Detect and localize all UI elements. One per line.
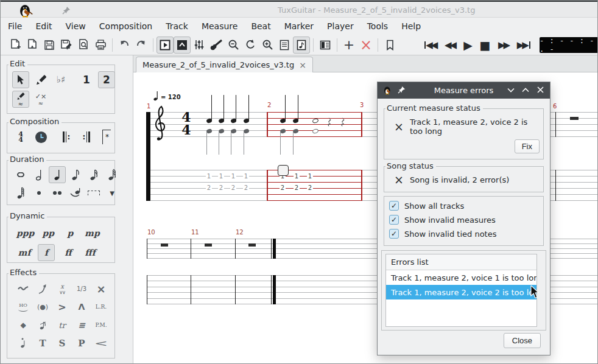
new-file-button[interactable] <box>7 37 24 54</box>
mixer-button[interactable] <box>191 37 208 54</box>
fret-number[interactable]: 1 <box>218 173 224 180</box>
staccato-button[interactable] <box>15 335 32 352</box>
checkbox-checked-icon[interactable]: ✓ <box>389 201 399 211</box>
zoom-in-button[interactable] <box>259 37 276 54</box>
panel-scrollbar-track[interactable] <box>122 55 133 364</box>
fix-button[interactable]: Fix <box>515 139 540 153</box>
menu-marker[interactable]: Marker <box>284 21 314 31</box>
play-button[interactable]: ▶ <box>460 37 477 54</box>
print-button[interactable] <box>92 37 109 54</box>
print-preview-button[interactable] <box>75 37 92 54</box>
open-file-button[interactable] <box>24 37 41 54</box>
ghost-note-button[interactable]: (●) <box>34 298 51 315</box>
save-button[interactable] <box>41 37 58 54</box>
harmonic-button[interactable]: ◆ <box>15 317 32 334</box>
go-to-start-button[interactable]: ◀◀ <box>421 37 441 54</box>
free-edit-mode-button[interactable]: ≈ <box>12 91 29 108</box>
tremolo-picking-button[interactable]: ≡ <box>73 317 90 334</box>
sixty-fourth-note-button[interactable] <box>12 184 29 201</box>
close-icon[interactable] <box>537 86 544 93</box>
edit-mode-pencil-button[interactable] <box>32 71 49 88</box>
chevron-down-icon[interactable] <box>507 88 515 93</box>
open-repeat-button[interactable]: : <box>58 128 75 145</box>
close-repeat-button[interactable]: : <box>78 128 95 145</box>
let-ring-button[interactable]: L.R. <box>93 298 110 315</box>
menu-edit[interactable]: Edit <box>35 21 52 31</box>
chevron-up-icon[interactable] <box>522 88 529 93</box>
save-as-button[interactable] <box>58 37 75 54</box>
beat-cursor[interactable] <box>278 165 289 176</box>
palm-mute-button[interactable]: P.M. <box>93 317 110 334</box>
properties-document-button[interactable] <box>276 37 293 54</box>
marker-list-button[interactable] <box>381 37 398 54</box>
fret-number[interactable]: 1 <box>206 173 212 180</box>
menu-tools[interactable]: Tools <box>367 21 389 31</box>
menu-track[interactable]: Track <box>166 21 188 31</box>
checkbox-checked-icon[interactable]: ✓ <box>389 229 399 239</box>
thirty-second-note-button[interactable] <box>104 166 121 183</box>
menu-player[interactable]: Player <box>327 21 354 31</box>
show-invalid-tied-notes-option[interactable]: ✓ Show invalid tied notes <box>389 229 543 239</box>
popping-button[interactable]: P <box>73 335 90 352</box>
voice-validation-button[interactable]: ✓× ≈ <box>32 91 49 108</box>
vibrato-button[interactable] <box>15 280 32 297</box>
fret-number[interactable]: 2 <box>280 184 286 191</box>
time-signature-button[interactable]: 44 <box>12 128 29 145</box>
tempo-clock-button[interactable] <box>32 128 49 145</box>
zoom-out-button[interactable] <box>225 37 242 54</box>
song-sheet-toggle-button[interactable] <box>293 37 310 54</box>
selection-mode-button[interactable] <box>12 71 29 88</box>
dynamic-mf-button[interactable]: mf <box>16 244 33 261</box>
redo-button[interactable] <box>133 37 150 54</box>
eighth-note-button[interactable] <box>67 166 84 183</box>
whole-note-button[interactable] <box>12 166 29 183</box>
fret-number[interactable]: 1 <box>243 173 249 180</box>
window-titlebar[interactable]: TuxGuitar - Measure_2_of_5_invalid_2voic… <box>1 1 598 18</box>
fast-forward-button[interactable]: ▶▶ <box>494 37 514 54</box>
remove-marker-button[interactable]: × <box>357 37 375 54</box>
dynamic-mp-button[interactable]: mp <box>83 225 100 242</box>
fret-number[interactable]: 2 <box>307 184 313 191</box>
error-list-item-selected[interactable]: Track 1, measure 2, voice 2 is too long <box>386 285 536 299</box>
error-list-item[interactable]: Track 1, measure 2, voice 1 is too long <box>386 270 536 285</box>
trill-button[interactable]: tr <box>54 317 71 334</box>
fret-number[interactable]: 1 <box>294 173 300 180</box>
stop-button[interactable]: ■ <box>477 37 494 54</box>
tied-note-button[interactable] <box>67 184 84 201</box>
dotted-note-button[interactable] <box>30 184 47 201</box>
duration-dropdown-button[interactable]: ▼ <box>104 184 121 201</box>
menu-composition[interactable]: Composition <box>99 21 152 31</box>
fretboard-guitar-button[interactable] <box>208 37 225 54</box>
show-invalid-measures-option[interactable]: ✓ Show invalid measures <box>389 215 543 225</box>
track-table-button[interactable] <box>317 37 334 54</box>
bend-button[interactable]: x ∨∨ <box>54 280 71 297</box>
document-tab[interactable]: Measure_2_of_5_invalid_2voices_v3.tg × <box>136 57 313 72</box>
rewind-button[interactable]: ◀◀ <box>441 37 460 54</box>
tab-close-icon[interactable]: × <box>299 60 306 70</box>
grace-note-button[interactable] <box>34 317 51 334</box>
double-dotted-note-button[interactable] <box>49 184 66 201</box>
sixteenth-note-button[interactable] <box>85 166 102 183</box>
alternative-ending-button[interactable]: * <box>98 128 115 145</box>
undo-button[interactable] <box>116 37 133 54</box>
fret-number[interactable]: 2 <box>243 184 249 191</box>
heavy-accentuated-note-button[interactable]: Λ <box>73 298 90 315</box>
menu-measure[interactable]: Measure <box>202 21 238 31</box>
accidentals-button[interactable]: ♭♯ <box>52 71 69 88</box>
tuplet-button[interactable] <box>85 184 102 201</box>
show-all-tracks-option[interactable]: ✓ Show all tracks <box>389 201 543 211</box>
show-score-toggle-button[interactable] <box>157 37 174 54</box>
slapping-button[interactable]: S <box>54 335 71 352</box>
menu-view[interactable]: View <box>66 21 86 31</box>
quarter-note-button[interactable] <box>49 166 66 183</box>
close-button[interactable]: Close <box>504 333 541 348</box>
fret-number[interactable]: 2 <box>218 184 224 191</box>
fret-number[interactable]: 2 <box>294 184 300 191</box>
fret-number[interactable]: 1 <box>307 173 313 180</box>
zoom-reset-button[interactable] <box>242 37 259 54</box>
voice-1-button[interactable]: 1 <box>78 71 95 88</box>
dynamic-ff-button[interactable]: ff <box>60 244 77 261</box>
half-note-button[interactable] <box>30 166 47 183</box>
slide-button[interactable] <box>34 280 51 297</box>
dynamic-ppp-button[interactable]: ppp <box>16 225 35 242</box>
